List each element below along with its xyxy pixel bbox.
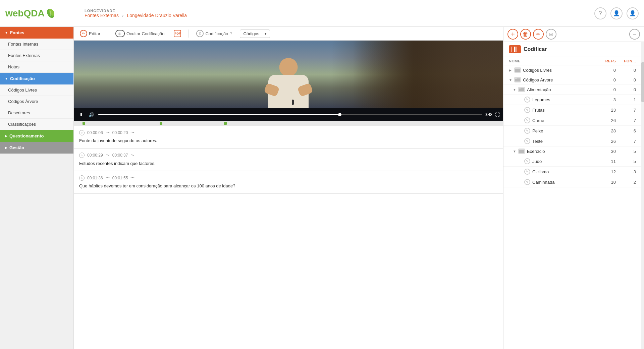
folder-icon-exercicio	[518, 149, 525, 154]
fon-caminhada: 2	[616, 180, 636, 185]
refs-frutas: 23	[596, 108, 616, 113]
sidebar-item-codigos-livres[interactable]: Códigos Livres	[0, 84, 73, 96]
breadcrumb-link1[interactable]: Fontes Externas	[85, 13, 119, 18]
time-start-3: 00:01:36	[87, 176, 103, 180]
sidebar-section-codificacao[interactable]: ▼ Codificação	[0, 73, 73, 84]
wave-icon-end-1: 〜	[130, 130, 135, 135]
time-end-1: 00:00:20	[112, 130, 128, 135]
right-scrollbar[interactable]	[641, 42, 644, 349]
sidebar-section-gestao[interactable]: ▶ Gestão	[0, 142, 73, 154]
sidebar-item-notas[interactable]: Notas	[0, 61, 73, 73]
code-icon-teste: ✎	[524, 138, 530, 144]
fon-ciclismo: 3	[616, 169, 636, 174]
tree-row-peixe[interactable]: ✎ Peixe 28 6	[503, 126, 641, 136]
fon-legumes: 1	[616, 97, 636, 102]
timeline-marker-1	[83, 122, 85, 125]
fon-teste: 7	[616, 139, 636, 144]
toolbar: ✏ Editar ◎ Ocultar Codificação PDF © Cod…	[74, 27, 503, 41]
svg-rect-4	[513, 47, 513, 52]
edit-label: Editar	[89, 31, 100, 36]
tree-row-judo[interactable]: ✎ Judo 11 5	[503, 156, 641, 167]
main-layout: ▼ Fontes Fontes Internas Fontes Externas…	[0, 27, 644, 349]
sidebar-item-fontes-internas[interactable]: Fontes Internas	[0, 39, 73, 50]
time-display: 0:48	[485, 112, 492, 117]
sidebar-item-descritores[interactable]: Descritores	[0, 107, 73, 119]
video-section: ⏸ 🔊 0:48 ⛶	[74, 41, 503, 126]
pause-button[interactable]: ⏸	[77, 111, 85, 118]
hide-coding-button[interactable]: ◎ Ocultar Codificação	[113, 29, 166, 38]
account-button[interactable]: 👤	[627, 7, 639, 19]
transcript-item-1: ○ 00:00:06 〜 00:00:20 〜 Fonte da juventu…	[74, 126, 503, 149]
panel-with-scroll: Codificar NOME REFS FON... ▶	[503, 42, 644, 349]
grid-button[interactable]: ⊞	[546, 29, 556, 40]
col-fon-header: FON...	[616, 59, 636, 63]
sidebar-item-fontes-externas[interactable]: Fontes Externas	[0, 50, 73, 61]
tree-row-frutas[interactable]: ✎ Frutas 23 7	[503, 105, 641, 115]
hide-coding-icon: ◎	[115, 30, 125, 37]
coding-icon: ©	[196, 30, 204, 37]
expand-arrow-codigos-livres: ▶	[509, 68, 513, 72]
codificacao-label: Codificação	[10, 76, 35, 81]
edit-button[interactable]: ✏ Editar	[78, 29, 102, 38]
minimize-button[interactable]: −	[629, 29, 640, 40]
breadcrumb-nav: Fontes Externas › Longevidade Drauzio Va…	[85, 13, 594, 18]
transcript-time-2: ○ 00:00:29 〜 00:00:37 〜	[79, 153, 498, 158]
right-toolbar-left: + 🗑 ✏ ⊞	[507, 29, 556, 40]
volume-button[interactable]: 🔊	[87, 111, 96, 118]
coding-label: Codificação	[205, 31, 228, 36]
scrollbar-thumb[interactable]	[641, 62, 644, 102]
tree-header: NOME REFS FON...	[503, 57, 641, 65]
item-name-judo: Judo	[532, 159, 596, 164]
codes-dropdown[interactable]: Códigos	[240, 30, 270, 38]
breadcrumb-section: LONGEVIDADE	[85, 9, 594, 13]
video-container: ⏸ 🔊 0:48 ⛶	[74, 41, 503, 121]
transcript-text-3: Que hábitos devemos ter em consideração …	[79, 183, 498, 189]
edit-rt-button[interactable]: ✏	[533, 29, 544, 40]
expand-arrow-exercicio: ▼	[513, 150, 517, 153]
sidebar-item-classificacoes[interactable]: Classificações	[0, 119, 73, 130]
tree-row-ciclismo[interactable]: ✎ Ciclismo 12 3	[503, 167, 641, 177]
item-name-alimentacao: Alimentação	[527, 87, 596, 92]
svg-rect-8	[518, 47, 518, 52]
item-name-peixe: Peixe	[532, 128, 596, 133]
tree-row-alimentacao[interactable]: ▼ Alimentação 0 0	[503, 85, 641, 95]
help-button[interactable]: ?	[594, 7, 606, 19]
item-name-exercicio: Exercício	[527, 149, 596, 154]
profile-button[interactable]: 👤	[610, 7, 623, 19]
coding-help-icon: ?	[230, 31, 232, 36]
time-start-icon-1: ○	[79, 130, 85, 135]
sidebar-item-codigos-arvore[interactable]: Códigos Árvore	[0, 96, 73, 107]
fon-alimentacao: 0	[616, 87, 636, 92]
sidebar-section-fontes[interactable]: ▼ Fontes	[0, 27, 73, 39]
tree-row-exercicio[interactable]: ▼ Exercício 30 5	[503, 147, 641, 156]
fon-codigos-arvore: 0	[616, 77, 636, 82]
tree-row-caminhada[interactable]: ✎ Caminhada 10 2	[503, 177, 641, 187]
refs-codigos-arvore: 0	[596, 77, 616, 82]
progress-thumb	[338, 113, 341, 116]
wave-icon-1: 〜	[106, 130, 110, 135]
refs-codigos-livres: 0	[596, 68, 616, 73]
panel-content: Codificar NOME REFS FON... ▶	[503, 42, 641, 349]
tree-row-codigos-arvore[interactable]: ▼ Códigos Árvore 0 0	[503, 75, 641, 85]
tree-row-teste[interactable]: ✎ Teste 26 7	[503, 136, 641, 147]
sidebar-section-questionamento[interactable]: ▶ Questionamento	[0, 130, 73, 142]
codificacao-arrow-icon: ▼	[5, 77, 8, 80]
coding-button[interactable]: © Codificação ?	[194, 29, 234, 38]
delete-button[interactable]: 🗑	[520, 29, 531, 40]
breadcrumb-link2[interactable]: Longevidade Drauzio Varella	[127, 13, 187, 18]
codificar-barcode-icon	[509, 45, 521, 53]
add-button[interactable]: +	[507, 29, 518, 40]
pdf-button[interactable]: PDF	[172, 29, 183, 38]
progress-fill	[98, 114, 340, 115]
breadcrumb-separator: ›	[122, 13, 124, 18]
timeline-markers	[74, 121, 503, 126]
tree-row-codigos-livres[interactable]: ▶ Códigos Livres 0 0	[503, 65, 641, 75]
tree-row-legumes[interactable]: ✎ Legumes 3 1	[503, 95, 641, 105]
fullscreen-button[interactable]: ⛶	[495, 112, 500, 117]
dropdown-wrapper[interactable]: Códigos	[240, 30, 270, 38]
folder-icon-codigos-livres	[514, 67, 521, 73]
tree-row-carne[interactable]: ✎ Carne 26 7	[503, 115, 641, 126]
progress-bar[interactable]	[98, 114, 482, 115]
time-end-3: 00:01:55	[112, 176, 128, 180]
fontes-label: Fontes	[10, 30, 24, 35]
